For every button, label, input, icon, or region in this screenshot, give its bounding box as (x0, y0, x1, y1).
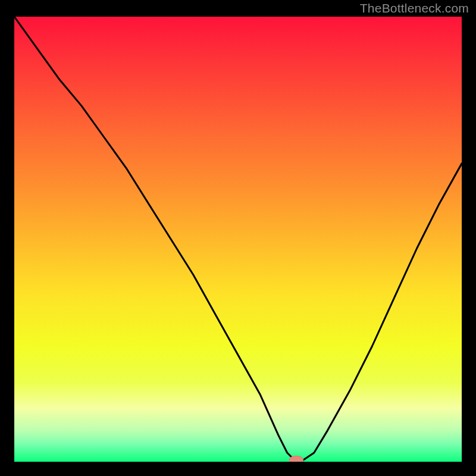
watermark-text: TheBottleneck.com (360, 1, 469, 15)
gradient-background (14, 17, 462, 462)
chart-frame: TheBottleneck.com (0, 0, 476, 476)
chart-svg (14, 17, 462, 462)
plot-area (14, 17, 462, 462)
optimal-point-marker (289, 456, 303, 462)
